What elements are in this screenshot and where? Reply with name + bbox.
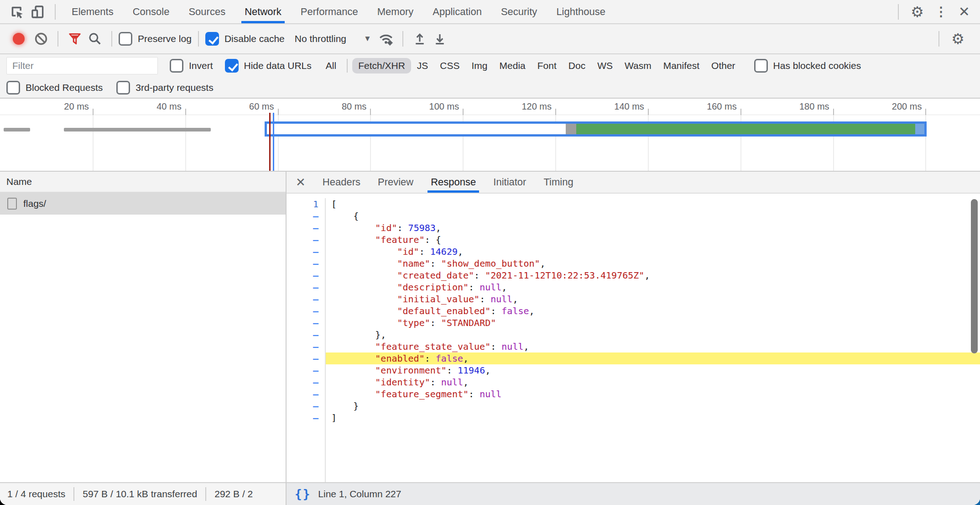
- line-number-gutter: 1––––––––––––––––––: [287, 198, 326, 482]
- detail-tab-headers[interactable]: Headers: [314, 172, 369, 193]
- ruler-label: 80 ms: [298, 101, 366, 112]
- name-column-header[interactable]: Name: [0, 172, 286, 193]
- hide-data-urls-checkbox[interactable]: [225, 59, 239, 73]
- invert-checkbox[interactable]: [170, 59, 183, 73]
- ruler-label: 20 ms: [21, 101, 89, 112]
- tab-lighthouse[interactable]: Lighthouse: [547, 0, 615, 23]
- device-toolbar-icon[interactable]: [27, 0, 48, 23]
- bar-segment-content-download: [576, 124, 915, 134]
- code-line: "feature_state_value": null,: [326, 341, 980, 352]
- filter-type-doc[interactable]: Doc: [563, 58, 591, 74]
- dom-content-loaded-marker: [269, 113, 271, 171]
- network-overview-timeline[interactable]: 20 ms40 ms60 ms80 ms100 ms120 ms140 ms16…: [0, 99, 980, 172]
- tab-network[interactable]: Network: [235, 0, 291, 23]
- close-details-icon[interactable]: ✕: [287, 172, 314, 193]
- tab-application[interactable]: Application: [423, 0, 491, 23]
- more-options-icon[interactable]: ⋮: [929, 5, 953, 18]
- fold-dash-marker: –: [287, 376, 318, 388]
- ruler-label: 160 ms: [668, 101, 737, 112]
- summary-segment: 292 B / 2: [214, 489, 253, 500]
- filter-type-js[interactable]: JS: [411, 58, 434, 74]
- filter-input[interactable]: [6, 57, 158, 74]
- detail-tab-preview[interactable]: Preview: [369, 172, 422, 193]
- pretty-print-braces-icon: {}: [295, 487, 311, 501]
- third-party-requests-checkbox[interactable]: [116, 81, 130, 95]
- filter-type-font[interactable]: Font: [532, 58, 563, 74]
- editor-status-bar: {} Line 1, Column 227: [287, 482, 980, 505]
- filter-type-css[interactable]: CSS: [434, 58, 465, 74]
- request-rows: flags/: [0, 193, 286, 215]
- hide-data-urls-label: Hide data URLs: [244, 60, 312, 71]
- invert-option: Invert: [170, 59, 213, 73]
- vertical-scrollbar[interactable]: [971, 199, 978, 353]
- invert-label: Invert: [189, 60, 213, 71]
- grid-line: [185, 115, 186, 171]
- blocked-requests-checkbox[interactable]: [6, 81, 20, 95]
- tab-elements[interactable]: Elements: [62, 0, 123, 23]
- ruler-tick: [833, 109, 834, 115]
- ruler-tick: [740, 109, 741, 115]
- chevron-down-icon: ▼: [364, 34, 371, 43]
- search-icon[interactable]: [85, 29, 105, 49]
- has-blocked-cookies-checkbox[interactable]: [754, 59, 768, 73]
- clear-network-log-icon[interactable]: [31, 29, 51, 49]
- tab-performance[interactable]: Performance: [291, 0, 368, 23]
- network-conditions-icon[interactable]: [376, 29, 396, 49]
- divider: [402, 31, 403, 47]
- code-line: "name": "show_demo_button",: [326, 258, 980, 269]
- overview-gray-bar: [64, 128, 211, 132]
- third-party-requests-option: 3rd-party requests: [116, 81, 213, 95]
- fold-dash-marker: –: [287, 388, 318, 400]
- overview-request-bar: [265, 121, 927, 137]
- divider: [55, 4, 56, 20]
- ruler-label: 60 ms: [206, 101, 274, 112]
- blocked-requests-label: Blocked Requests: [26, 82, 103, 93]
- tab-console[interactable]: Console: [123, 0, 179, 23]
- tab-memory[interactable]: Memory: [368, 0, 423, 23]
- fold-dash-marker: –: [287, 329, 318, 341]
- ruler-tick: [555, 109, 556, 115]
- request-row-flags[interactable]: flags/: [0, 193, 286, 215]
- cursor-position-label: Line 1, Column 227: [318, 489, 401, 500]
- throttling-select[interactable]: No throttling ▼: [295, 33, 371, 44]
- filter-type-other[interactable]: Other: [705, 58, 741, 74]
- record-network-log-button[interactable]: [13, 33, 25, 45]
- code-line: [: [326, 198, 980, 210]
- inspect-element-icon[interactable]: [6, 0, 27, 23]
- tab-security[interactable]: Security: [491, 0, 547, 23]
- detail-tab-timing[interactable]: Timing: [535, 172, 582, 193]
- fold-dash-marker: –: [287, 210, 318, 222]
- preserve-log-checkbox[interactable]: [119, 32, 132, 46]
- ruler-tick: [93, 109, 94, 115]
- preserve-log-label: Preserve log: [138, 33, 192, 44]
- filter-type-wasm[interactable]: Wasm: [619, 58, 657, 74]
- fold-dash-marker: –: [287, 305, 318, 317]
- filter-type-manifest[interactable]: Manifest: [657, 58, 705, 74]
- resource-doc-icon: [7, 198, 17, 210]
- filter-type-ws[interactable]: WS: [591, 58, 619, 74]
- request-details-pane: ✕ HeadersPreviewResponseInitiatorTiming …: [287, 172, 980, 505]
- filter-funnel-icon[interactable]: [65, 29, 85, 49]
- request-name: flags/: [23, 198, 46, 209]
- detail-tab-initiator[interactable]: Initiator: [485, 172, 535, 193]
- code-line: {: [326, 210, 980, 222]
- ruler-tick: [185, 109, 186, 115]
- export-har-icon[interactable]: [430, 29, 450, 49]
- tab-sources[interactable]: Sources: [179, 0, 235, 23]
- filter-type-img[interactable]: Img: [466, 58, 494, 74]
- ruler-label: 140 ms: [576, 101, 644, 112]
- code-line: },: [326, 329, 980, 341]
- code-line: "default_enabled": false,: [326, 305, 980, 317]
- disable-cache-checkbox[interactable]: [205, 32, 219, 46]
- filter-type-media[interactable]: Media: [494, 58, 532, 74]
- filter-type-fetch-xhr[interactable]: Fetch/XHR: [352, 58, 411, 74]
- settings-gear-icon[interactable]: ⚙: [905, 5, 929, 19]
- filter-type-all[interactable]: All: [320, 58, 342, 74]
- close-devtools-icon[interactable]: ✕: [953, 5, 975, 19]
- fold-dash-marker: –: [287, 234, 318, 246]
- code-line: "id": 14629,: [326, 246, 980, 258]
- divider: [938, 31, 939, 47]
- network-settings-gear-icon[interactable]: ⚙: [946, 32, 970, 46]
- detail-tab-response[interactable]: Response: [422, 172, 485, 193]
- import-har-icon[interactable]: [410, 29, 430, 49]
